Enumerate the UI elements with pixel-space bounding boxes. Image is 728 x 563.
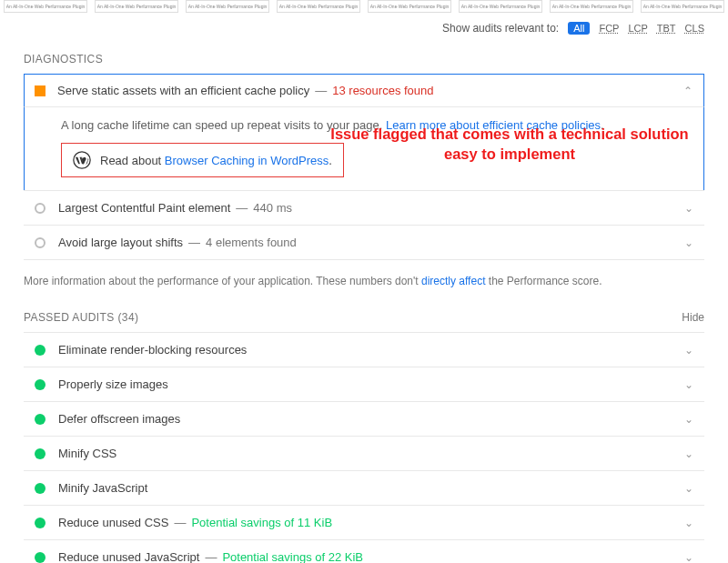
audit-cache-policy-body: A long cache lifetime can speed up repea… — [24, 107, 704, 191]
pass-circle-icon — [35, 414, 46, 425]
audit-subtext: 13 resources found — [332, 84, 433, 97]
passed-audits-header[interactable]: PASSED AUDITS (34) Hide — [24, 311, 704, 324]
wordpress-icon — [73, 151, 91, 169]
dash: — — [174, 516, 186, 529]
audit-subtext: Potential savings of 11 KiB — [191, 516, 332, 529]
filmstrip: An All-In-One Web Performance Plugin An … — [0, 0, 728, 13]
chevron-down-icon: ⌄ — [677, 202, 693, 215]
audit-title: Properly size images — [58, 377, 168, 391]
audit-title: Reduce unused CSS — [58, 516, 168, 529]
audit-render-blocking[interactable]: Eliminate render-blocking resources ⌄ — [24, 332, 704, 367]
filmstrip-frame: An All-In-One Web Performance Plugin — [95, 0, 178, 13]
dash: — — [315, 84, 327, 97]
chevron-down-icon: ⌄ — [677, 482, 693, 495]
audit-title: Reduce unused JavaScript — [58, 550, 199, 563]
pass-circle-icon — [35, 379, 46, 390]
audit-subtext: 440 ms — [253, 201, 292, 215]
warning-square-icon — [35, 86, 45, 96]
chevron-down-icon: ⌄ — [677, 447, 693, 460]
audit-title: Serve static assets with an efficient ca… — [57, 84, 309, 97]
chevron-down-icon: ⌄ — [677, 378, 693, 391]
pass-circle-icon — [35, 345, 46, 356]
pass-circle-icon — [35, 483, 46, 494]
audit-layout-shifts[interactable]: Avoid large layout shifts — 4 elements f… — [24, 225, 704, 260]
chevron-down-icon: ⌄ — [677, 517, 693, 529]
audit-title: Eliminate render-blocking resources — [58, 343, 247, 357]
callout-text: Read about — [100, 154, 165, 167]
dash: — — [205, 550, 217, 563]
info-circle-icon — [35, 237, 46, 248]
filmstrip-frame: An All-In-One Web Performance Plugin — [459, 0, 542, 13]
audit-title: Largest Contentful Paint element — [58, 201, 230, 215]
filter-all[interactable]: All — [568, 22, 590, 35]
filmstrip-frame: An All-In-One Web Performance Plugin — [641, 0, 724, 13]
filmstrip-frame: An All-In-One Web Performance Plugin — [368, 0, 451, 13]
audit-description: A long cache lifetime can speed up repea… — [61, 118, 386, 132]
audit-cache-policy[interactable]: Serve static assets with an efficient ca… — [24, 74, 704, 107]
audit-unused-js[interactable]: Reduce unused JavaScript — Potential sav… — [24, 539, 704, 563]
audit-size-images[interactable]: Properly size images ⌄ — [24, 367, 704, 402]
diagnostics-footnote: More information about the performance o… — [24, 275, 704, 287]
filter-tbt[interactable]: TBT — [657, 23, 676, 34]
chevron-down-icon: ⌄ — [677, 413, 693, 426]
audit-minify-js[interactable]: Minify JavaScript ⌄ — [24, 470, 704, 506]
dash: — — [188, 236, 200, 249]
filter-label: Show audits relevant to: — [442, 22, 559, 35]
filmstrip-frame: An All-In-One Web Performance Plugin — [4, 0, 87, 13]
audit-subtext: 4 elements found — [206, 236, 297, 249]
audit-lcp-element[interactable]: Largest Contentful Paint element — 440 m… — [24, 190, 704, 226]
chevron-up-icon: ⌃ — [676, 85, 693, 97]
audit-title: Defer offscreen images — [58, 412, 180, 426]
pass-circle-icon — [35, 448, 46, 459]
directly-affect-link[interactable]: directly affect — [421, 275, 485, 287]
learn-more-link[interactable]: Learn more about efficient cache policie… — [386, 118, 601, 132]
chevron-down-icon: ⌄ — [677, 344, 693, 357]
hide-toggle[interactable]: Hide — [682, 311, 704, 324]
audit-title: Avoid large layout shifts — [58, 236, 183, 249]
filter-cls[interactable]: CLS — [685, 23, 704, 34]
filmstrip-frame: An All-In-One Web Performance Plugin — [277, 0, 360, 13]
audit-unused-css[interactable]: Reduce unused CSS — Potential savings of… — [24, 505, 704, 540]
audit-title: Minify CSS — [58, 447, 116, 460]
filter-row: Show audits relevant to: All FCP LCP TBT… — [0, 13, 728, 40]
chevron-down-icon: ⌄ — [677, 551, 693, 564]
pass-circle-icon — [35, 518, 46, 528]
chevron-down-icon: ⌄ — [677, 236, 693, 249]
filter-fcp[interactable]: FCP — [599, 23, 619, 34]
wordpress-callout: Read about Browser Caching in WordPress. — [61, 143, 344, 177]
audit-defer-offscreen[interactable]: Defer offscreen images ⌄ — [24, 401, 704, 437]
audit-subtext: Potential savings of 22 KiB — [222, 550, 363, 563]
filter-lcp[interactable]: LCP — [628, 23, 647, 34]
filmstrip-frame: An All-In-One Web Performance Plugin — [550, 0, 633, 13]
diagnostics-heading: DIAGNOSTICS — [24, 53, 704, 65]
dash: — — [236, 201, 248, 215]
info-circle-icon — [35, 203, 46, 214]
pass-circle-icon — [35, 552, 46, 563]
audit-minify-css[interactable]: Minify CSS ⌄ — [24, 436, 704, 471]
passed-heading: PASSED AUDITS — [24, 311, 115, 324]
filmstrip-frame: An All-In-One Web Performance Plugin — [186, 0, 269, 13]
audit-title: Minify JavaScript — [58, 481, 147, 495]
passed-count: (34) — [117, 311, 138, 324]
callout-link[interactable]: Browser Caching in WordPress — [165, 154, 329, 167]
